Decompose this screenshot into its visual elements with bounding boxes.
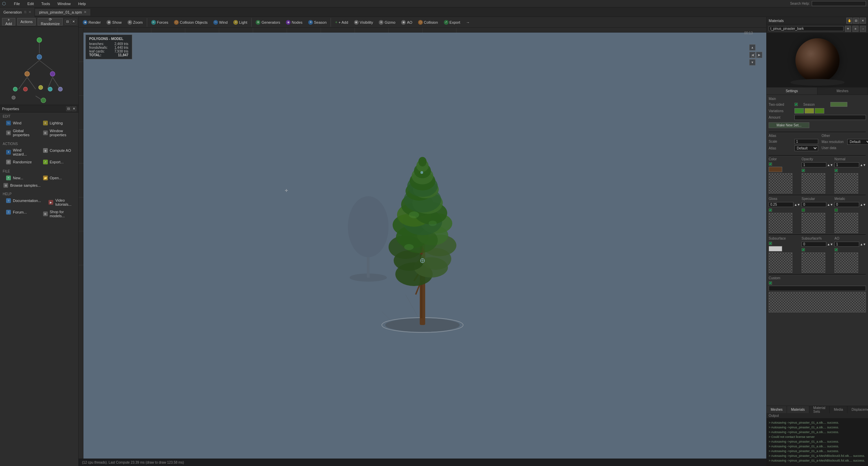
search-input[interactable] [812,1,866,6]
normal-checkbox[interactable] [834,169,838,172]
video-button[interactable]: ▶ Video tutorials... [45,197,76,207]
randomize-props-button[interactable]: ⟳ Randomize [3,159,39,165]
menu-help[interactable]: Help [77,1,87,6]
collision-button[interactable]: ⬡ Collision Objects [171,18,210,27]
forum-button[interactable]: ? Forum... [3,209,39,216]
tab-meshes-mat[interactable]: Meshes [817,87,868,95]
add-button[interactable]: + Add [2,18,15,25]
export-scene-button[interactable]: ↗ Export [441,18,463,27]
new-button[interactable]: ✦ New... [3,175,39,181]
compute-ao-button[interactable]: ◈ Compute AO [40,147,76,154]
docs-button[interactable]: ? Documentation... [3,197,44,204]
custom-color-swatch[interactable] [769,286,866,291]
arrow-button[interactable]: → [463,18,472,27]
mat-add-icon[interactable]: + [845,26,851,32]
specular-texture[interactable] [802,213,825,233]
export-button[interactable]: ↗ Export... [40,159,76,165]
randomize-button[interactable]: ⟳ Randomize [38,18,63,25]
tab-settings[interactable]: Settings [767,87,817,95]
collision-post-button[interactable]: ⬡ Collision [415,18,441,27]
gloss-input[interactable] [769,202,793,207]
scale-input[interactable] [794,139,818,144]
custom-texture[interactable] [769,292,866,312]
amount-input[interactable] [794,115,866,120]
window-props-button[interactable]: ⊞ Window properties [40,128,76,138]
variation-2[interactable] [805,108,814,114]
max-res-select[interactable]: Default [847,139,868,145]
wind-wizard-button[interactable]: ✦ Wind wizard... [3,147,39,157]
two-sided-checkbox[interactable] [794,103,798,106]
viewport[interactable]: POLYGONS - MODEL branches: 2,469 tris fr… [79,28,766,466]
variation-3[interactable] [815,108,824,114]
close-gen-icon[interactable]: ✕ [28,10,31,14]
normal-texture[interactable] [834,173,858,194]
mat-arrow-icon[interactable]: → [860,26,866,32]
actions-button[interactable]: Actions [17,18,36,25]
open-button[interactable]: 📁 Open... [40,175,76,181]
make-new-set-button[interactable]: Make New Set... [769,122,809,128]
metalic-input[interactable] [834,202,859,207]
zoom-button[interactable]: ⊕ Zoom [125,18,145,27]
mat-settings-icon[interactable]: ≡ [852,26,859,32]
forces-button[interactable]: ≋ Forces [149,18,171,27]
normal-input[interactable] [834,162,859,167]
color-texture[interactable] [769,173,792,194]
ao-checkbox[interactable] [834,248,838,251]
specular-input[interactable] [802,202,826,207]
menu-edit[interactable]: Edit [26,1,35,6]
menu-tools[interactable]: Tools [40,1,52,6]
gen-close-icon[interactable]: ✕ [71,19,76,24]
add-scene-button[interactable]: + + Add [332,18,351,27]
material-sphere[interactable] [795,38,840,82]
render-button[interactable]: ◉ Render [80,18,103,27]
lighting-button[interactable]: ☀ Lighting [40,120,76,126]
generators-button[interactable]: ⊞ Generators [253,18,283,27]
subsurface-pct-texture[interactable] [802,252,825,273]
opacity-input[interactable] [802,162,826,167]
color-swatch[interactable] [769,167,782,172]
ao-button[interactable]: ◉ AO [398,18,415,27]
tab-meshes[interactable]: Meshes [767,406,787,413]
close-file-tab-icon[interactable]: ✕ [84,10,86,14]
shop-button[interactable]: ⊞ Shop for models... [40,209,76,219]
nodes-button[interactable]: ◉ Nodes [283,18,305,27]
tab-media[interactable]: Media [830,406,847,413]
gloss-texture[interactable] [769,213,792,233]
opacity-texture[interactable] [802,173,825,194]
global-props-button[interactable]: ⚙ Global properties [3,128,39,138]
gloss-checkbox[interactable] [769,208,772,212]
atlas-select[interactable]: Default [794,145,818,151]
variation-1[interactable] [794,108,804,114]
metalic-checkbox[interactable] [834,208,838,212]
output-console[interactable]: > Autosaving ->pinus_pinaster_01_a.stk..… [767,419,868,466]
season-button[interactable]: ❄ Season [305,18,329,27]
tab-materials[interactable]: Materials [787,406,809,413]
gizmo-button[interactable]: ⊕ Gizmo [376,18,398,27]
mat-pin-icon[interactable]: ⊟ [853,18,859,24]
nav-up-icon[interactable]: ▲ [749,44,755,50]
mat-cursor-icon[interactable]: ✋ [846,18,852,24]
menu-file[interactable]: File [13,1,21,6]
mat-close-icon[interactable]: ✕ [860,18,866,24]
specular-checkbox[interactable] [802,208,805,212]
wind-button[interactable]: 〜 Wind [3,120,39,126]
show-button[interactable]: ◉ Show [104,18,124,27]
light-button[interactable]: ☀ Light [231,18,250,27]
wind-scene-button[interactable]: 〜 Wind [211,18,230,27]
subsurface-pct-input[interactable] [802,242,826,247]
tab-displacements[interactable]: Displacements [847,406,868,413]
custom-checkbox[interactable] [769,281,772,285]
color-checkbox[interactable] [769,162,772,166]
ao-texture[interactable] [834,252,858,273]
subsurface-swatch[interactable] [769,246,782,251]
gen-pin-icon[interactable]: ⊟ [65,19,70,24]
metalic-texture[interactable] [834,213,858,233]
subsurface-checkbox[interactable] [769,242,772,245]
mat-name-input[interactable] [769,26,844,31]
props-close-icon[interactable]: ✕ [72,106,76,111]
tab-material-sets[interactable]: Material Sets [809,406,830,413]
ao-input[interactable] [834,242,859,247]
opacity-checkbox[interactable] [802,169,805,172]
node-graph[interactable] [0,26,78,105]
visibility-button[interactable]: ◉ Visibility [351,18,376,27]
